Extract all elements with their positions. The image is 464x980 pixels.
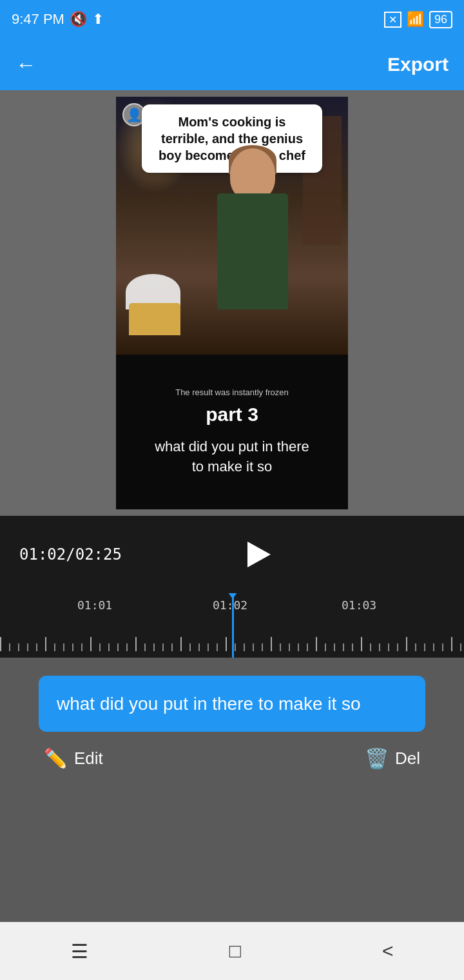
- timeline-tick: [90, 637, 92, 651]
- upload-icon: ⬆: [92, 11, 104, 28]
- status-bar: 9:47 PM 🔇 ⬆ ✕ 📶 96: [0, 0, 464, 39]
- nav-bar: ← Export: [0, 39, 464, 90]
- wifi-icon: 📶: [407, 11, 424, 28]
- timeline-tick: [99, 643, 101, 651]
- timeline-tick: [289, 643, 290, 651]
- battery-icon: 96: [429, 11, 452, 28]
- video-top-section: 👤 Mom's cooking is terrible, and the gen…: [116, 97, 348, 355]
- timeline-tick: [45, 637, 46, 651]
- timeline-tick: [63, 643, 64, 651]
- timeline-tick: [217, 643, 218, 651]
- timeline-tick: [361, 637, 362, 651]
- edit-label: Edit: [74, 749, 103, 769]
- timeline-tick: [415, 643, 416, 651]
- timeline-tick: [460, 643, 461, 651]
- person-figure: [201, 148, 304, 342]
- timeline-tick: [180, 637, 182, 651]
- subtitle-small: The result was instantly frozen: [175, 387, 289, 397]
- time-display: 9:47 PM: [12, 11, 64, 28]
- video-bottom-section: The result was instantly frozen part 3 w…: [116, 355, 348, 509]
- timeline-tick: [406, 637, 407, 651]
- timeline-tick: [162, 643, 164, 651]
- caption-text: what did you put in there to make it so: [57, 694, 361, 714]
- status-left: 9:47 PM 🔇 ⬆: [12, 11, 104, 28]
- close-icon: ✕: [384, 12, 401, 28]
- edit-icon: ✏️: [44, 747, 68, 770]
- timeline-tick: [9, 643, 10, 651]
- timeline-tick: [235, 643, 236, 651]
- timeline-tick: [171, 643, 173, 651]
- person-head: [230, 148, 275, 200]
- timeline-tick: [108, 643, 110, 651]
- video-preview-container: 👤 Mom's cooking is terrible, and the gen…: [0, 90, 464, 516]
- time-display: 01:02/02:25: [19, 545, 122, 564]
- timeline-tick: [135, 637, 137, 651]
- timeline-tick: [397, 643, 398, 651]
- timeline-label-1: 01:01: [77, 598, 112, 612]
- timeline-tick: [388, 643, 389, 651]
- delete-icon: 🗑️: [365, 747, 389, 770]
- timeline-label-3: 01:03: [342, 598, 376, 612]
- caption-actions: ✏️ Edit 🗑️ Del: [39, 747, 425, 770]
- caption-area: what did you put in there to make it so …: [0, 658, 464, 783]
- subtitle-large: what did you put in thereto make it so: [155, 437, 309, 477]
- timeline-tick: [316, 637, 317, 651]
- play-triangle-icon: [247, 542, 271, 567]
- home-icon[interactable]: □: [229, 940, 241, 962]
- delete-button[interactable]: 🗑️ Del: [365, 747, 420, 770]
- timeline-tick: [262, 643, 263, 651]
- timeline-tick: [280, 643, 281, 651]
- back-button[interactable]: ←: [15, 53, 36, 77]
- mute-icon: 🔇: [70, 11, 87, 28]
- back-nav-icon[interactable]: <: [382, 940, 394, 962]
- timeline-label-2: 01:02: [213, 598, 247, 612]
- timeline-tick: [325, 643, 326, 651]
- play-button[interactable]: [238, 535, 276, 574]
- edit-button[interactable]: ✏️ Edit: [44, 747, 103, 770]
- timeline-tick: [343, 643, 344, 651]
- delete-label: Del: [395, 749, 420, 769]
- food-item: [129, 303, 180, 335]
- timeline-tick: [18, 643, 19, 651]
- timeline-tick: [379, 643, 380, 651]
- timeline[interactable]: 01:01 01:02 01:03: [0, 593, 464, 658]
- playhead-triangle-icon: [228, 593, 237, 599]
- timeline-tick: [208, 643, 209, 651]
- bottom-nav: ☰ □ <: [0, 922, 464, 980]
- timeline-tick: [198, 643, 200, 651]
- timeline-tick: [72, 643, 73, 651]
- timeline-tick: [0, 637, 1, 651]
- timeline-tick: [81, 643, 82, 651]
- timeline-tick: [244, 643, 245, 651]
- timeline-tick: [253, 643, 254, 651]
- export-button[interactable]: Export: [387, 54, 449, 75]
- timeline-tick: [424, 643, 425, 651]
- timeline-tick: [189, 643, 191, 651]
- timeline-tick: [226, 637, 227, 651]
- timeline-tick: [54, 643, 55, 651]
- caption-bubble: what did you put in there to make it so: [39, 676, 425, 732]
- timeline-tick: [442, 643, 443, 651]
- video-frame: 👤 Mom's cooking is terrible, and the gen…: [116, 97, 348, 509]
- menu-icon[interactable]: ☰: [71, 940, 88, 963]
- timeline-tick: [451, 637, 452, 651]
- timeline-tick: [117, 643, 119, 651]
- player-controls: 01:02/02:25: [0, 516, 464, 593]
- timeline-tick: [27, 643, 28, 651]
- timeline-tick: [36, 643, 37, 651]
- playhead[interactable]: [232, 593, 234, 658]
- timeline-tick: [307, 643, 308, 651]
- timeline-tick: [153, 643, 155, 651]
- timeline-tick: [144, 643, 146, 651]
- timeline-tick: [370, 643, 371, 651]
- timeline-tick: [298, 643, 299, 651]
- timeline-tick: [352, 643, 353, 651]
- part-label: part 3: [206, 404, 258, 426]
- status-right: ✕ 📶 96: [384, 11, 452, 28]
- timeline-tick: [126, 643, 128, 651]
- timeline-tick: [334, 643, 335, 651]
- timeline-tick: [271, 637, 272, 651]
- person-body: [217, 193, 288, 309]
- timeline-tick: [433, 643, 434, 651]
